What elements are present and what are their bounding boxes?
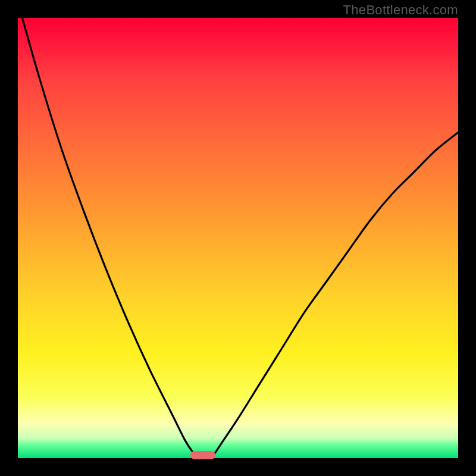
left-curve [22,18,198,458]
chart-frame: TheBottleneck.com [0,0,476,476]
right-curve [212,132,458,458]
curve-overlay [0,0,476,476]
optimal-marker [190,451,215,459]
